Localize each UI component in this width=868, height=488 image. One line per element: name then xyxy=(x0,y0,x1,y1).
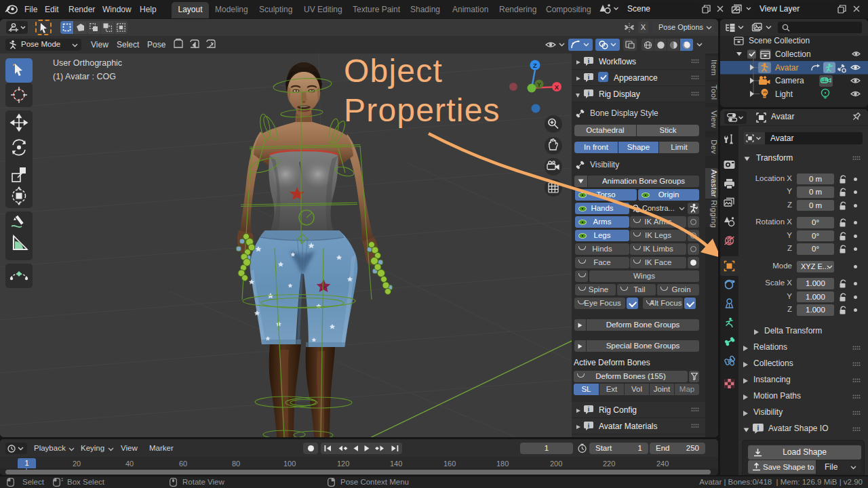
svg-text:Camera: Camera xyxy=(775,76,804,85)
svg-text:Collection: Collection xyxy=(775,49,811,59)
svg-text:Avatar: Avatar xyxy=(775,63,798,73)
svg-text:Z: Z xyxy=(533,62,537,69)
svg-text:User Orthographic: User Orthographic xyxy=(53,58,122,68)
svg-text:i: i xyxy=(588,58,590,64)
svg-text:i: i xyxy=(757,424,760,432)
svg-text:X: X xyxy=(555,83,559,91)
svg-text:Y: Y xyxy=(537,81,541,88)
svg-text:(1) Avatar : COG: (1) Avatar : COG xyxy=(53,72,116,81)
svg-text:Light: Light xyxy=(775,89,793,99)
svg-text:i: i xyxy=(588,422,590,429)
svg-text:i: i xyxy=(588,90,590,97)
svg-text:Scene Collection: Scene Collection xyxy=(749,36,810,45)
svg-text:i: i xyxy=(588,406,590,413)
svg-text:i: i xyxy=(588,74,590,81)
